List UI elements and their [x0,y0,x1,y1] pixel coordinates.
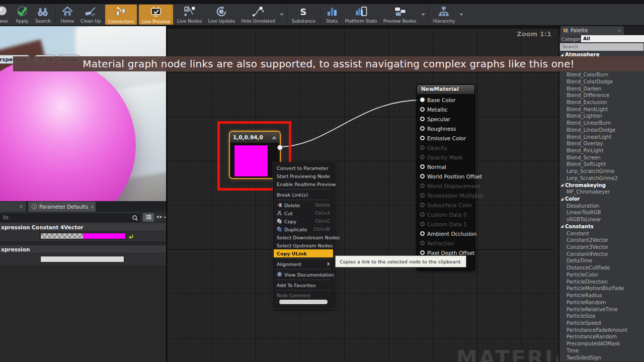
toolbar-button-live-nodes[interactable]: Live Nodes [174,4,205,25]
palette-item-particlerelativetime[interactable]: ParticleRelativeTime [560,306,644,313]
toolbar-button-live-preview[interactable]: Live Preview [139,5,173,25]
palette-item-lerp-scratchgrime2[interactable]: Lerp_ScratchGrime2 [560,175,644,182]
menu-item-cut[interactable]: CutCtrl+X [274,209,333,217]
menu-item-break-link-s-[interactable]: Break Link(s) [274,191,333,199]
palette-item-constant[interactable]: Constant [560,230,644,237]
palette-category-chromakeying[interactable]: Chromakeying [560,182,644,189]
toolbar-button-hide-unrelated[interactable]: Hide Unrelated [238,4,278,25]
chevron-down-icon[interactable] [280,14,284,16]
menu-item-copy-ulink[interactable]: Copy ULink [274,249,333,257]
palette-item-constant4vector[interactable]: Constant4Vector [560,250,644,257]
palette-item-precomputedaomask[interactable]: PrecomputedAOMask [560,340,644,347]
pin-circle-icon[interactable] [420,174,425,178]
menu-item-select-upstream-nodes[interactable]: Select Upstream Nodes [274,241,333,249]
expression-text-field[interactable] [40,256,124,262]
palette-item-blend-softlight[interactable]: Blend_SoftLight [560,161,644,168]
palette-item-particlerandom[interactable]: ParticleRandom [560,299,644,306]
menu-item-select-downstream-nodes[interactable]: Select Downstream Nodes [274,233,333,241]
details-tab-partial[interactable]: × [0,202,26,212]
menu-item-view-documentation[interactable]: ?View Documentation [274,270,333,279]
chevron-down-icon[interactable] [459,14,463,16]
tab-parameter-defaults[interactable]: i Parameter Defaults × [28,202,96,212]
palette-item-twosidedsign[interactable]: TwoSidedSign [560,354,644,361]
category-dropdown[interactable]: All [581,35,644,42]
pin-roughness[interactable]: Roughness [417,124,474,133]
palette-item-blend-screen[interactable]: Blend_Screen [560,154,644,161]
pin-circle-icon[interactable] [420,250,425,255]
pin-circle-icon[interactable] [420,117,425,121]
menu-item-enable-realtime-preview[interactable]: Enable Realtime Preview [274,180,333,188]
palette-item-deltatime[interactable]: DeltaTime [560,257,644,264]
toolbar-button-apply[interactable]: Apply [12,4,32,25]
palette-item-srgbtolinear[interactable]: sRGBToLinear [560,216,644,223]
material-node-title[interactable]: NewMaterial [417,85,474,94]
pin-circle-icon[interactable] [420,136,425,140]
pin-ambient-occlusion[interactable]: Ambient Occlusion [417,229,474,238]
palette-item-time[interactable]: Time [560,347,644,354]
palette-item-desaturation[interactable]: Desaturation [560,202,644,209]
palette-item-blend-pinlight[interactable]: Blend_PinLight [560,147,644,154]
palette-item-particlemotionblurfade[interactable]: ParticleMotionBlurFade [560,285,644,292]
toolbar-button-connectors[interactable]: Connectors [105,5,137,25]
palette-item-particleradius[interactable]: ParticleRadius [560,292,644,299]
toolbar-button-preview-nodes[interactable]: Preview Nodes [380,4,420,25]
property-matrix-button[interactable] [143,213,154,222]
toolbar-button-stats[interactable]: Stats [322,4,342,25]
toolbar-button-clean-up[interactable]: Clean Up [77,4,104,25]
toolbar-button-live-update[interactable]: Live Update [205,4,238,25]
palette-item-blend-lighten[interactable]: Blend_Lighten [560,113,644,120]
palette-item-perinstancerandom[interactable]: PerInstanceRandom [560,333,644,340]
palette-item-mf-chromakeyer[interactable]: MF_Chromakeyer [560,189,644,196]
palette-item-constant3vector[interactable]: Constant3Vector [560,244,644,251]
pin-circle-icon[interactable] [420,231,425,236]
palette-item-blend-colorburn[interactable]: Blend_ColorBurn [560,71,644,78]
palette-category-color[interactable]: Color [560,196,644,203]
palette-item-particlespeed[interactable]: ParticleSpeed [560,320,644,327]
tab-palette[interactable]: Palette × [560,26,624,35]
palette-item-particledirection[interactable]: ParticleDirection [560,278,644,285]
palette-item-blend-exclusion[interactable]: Blend_Exclusion [560,99,644,106]
pin-base-color[interactable]: Base Color [417,95,474,105]
palette-search-input[interactable]: Search [560,43,643,51]
palette-item-lerp-scratchgrime[interactable]: Lerp_ScratchGrime [560,168,644,175]
menu-item-convert-to-parameter[interactable]: Convert to Parameter [274,164,333,172]
menu-item-delete[interactable]: DeleteDelete [274,201,333,209]
palette-item-particlecolor[interactable]: ParticleColor [560,272,644,279]
palette-item-constant2vector[interactable]: Constant2Vector [560,237,644,244]
preview-viewport[interactable]: rspective Lit Show [0,26,166,201]
palette-item-blend-linearburn[interactable]: Blend_LinearBurn [560,120,644,127]
chevron-down-icon[interactable] [421,14,425,16]
close-icon[interactable]: × [617,28,621,33]
details-search-input[interactable]: ils [1,214,140,222]
pin-specular[interactable]: Specular [417,114,474,124]
palette-item-blend-darken[interactable]: Blend_Darken [560,85,644,92]
palette-item-blend-difference[interactable]: Blend_Difference [560,92,644,99]
toolbar-button-hierarchy[interactable]: Hierarchy [430,4,458,25]
close-icon[interactable]: × [19,204,23,209]
pin-circle-icon[interactable] [420,126,425,131]
palette-category-constants[interactable]: Constants [560,223,644,230]
menu-item-alignment[interactable]: Alignment [274,260,333,268]
palette-item-lineartosrgb[interactable]: LinearTosRGB [560,209,644,216]
palette-item-blend-linearlight[interactable]: Blend_LinearLight [560,133,644,140]
pin-metallic[interactable]: Metallic [417,105,474,114]
pin-circle-icon[interactable] [420,98,425,102]
palette-item-particlesize[interactable]: ParticleSize [560,313,644,320]
pin-normal[interactable]: Normal [417,162,474,171]
toolbar-button-home[interactable]: Home [57,4,77,25]
toolbar-button-platform-stats[interactable]: Platform Stats [342,4,380,25]
palette-item-blend-hardlight[interactable]: Blend_HardLight [560,106,644,113]
palette-item-perinstancefadeamount[interactable]: PerInstanceFadeAmount [560,326,644,333]
toolbar-button-search[interactable]: Search [32,4,54,25]
pin-emissive-color[interactable]: Emissive Color [417,133,474,143]
palette-item-distancecullfade[interactable]: DistanceCullFade [560,264,644,272]
close-icon[interactable]: × [90,204,94,210]
menu-item-start-previewing-node[interactable]: Start Previewing Node [274,172,333,180]
pin-circle-icon[interactable] [420,107,425,112]
reset-to-default-icon[interactable] [128,232,134,238]
new-material-node[interactable]: NewMaterial Base ColorMetallicSpecularRo… [417,84,475,270]
toolbar-button-substance[interactable]: SSubstance [289,4,318,25]
menu-item-copy[interactable]: CopyCtrl+C [274,217,333,225]
node-comment-input[interactable] [279,299,328,305]
palette-item-blend-overlay[interactable]: Blend_Overlay [560,140,644,147]
